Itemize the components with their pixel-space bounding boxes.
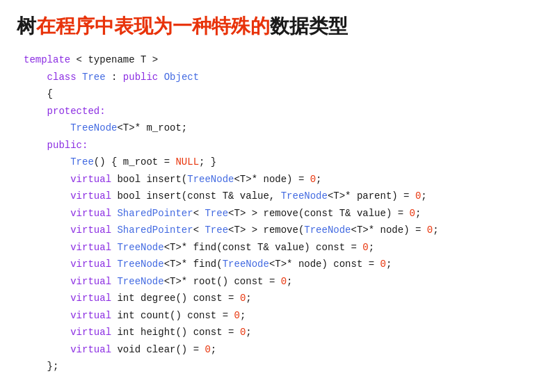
title-suffix: 数据类型 bbox=[270, 15, 348, 37]
code-line-1: template < typename T > bbox=[24, 51, 520, 69]
code-block: template < typename T > class Tree : pub… bbox=[17, 51, 520, 375]
code-line-15: virtual int degree() const = 0; bbox=[24, 290, 520, 307]
code-line-3: { bbox=[24, 85, 520, 103]
code-line-11: virtual SharedPointer< Tree<T> > remove(… bbox=[24, 222, 520, 239]
code-line-5: TreeNode<T>* m_root; bbox=[24, 120, 520, 137]
code-line-16: virtual int count() const = 0; bbox=[24, 307, 520, 325]
page-container: 树在程序中表现为一种特殊的数据类型 template < typename T … bbox=[17, 14, 520, 375]
code-line-2: class Tree : public Object bbox=[24, 69, 520, 86]
code-line-13: virtual TreeNode<T>* find(TreeNode<T>* n… bbox=[24, 256, 520, 273]
code-line-12: virtual TreeNode<T>* find(const T& value… bbox=[24, 239, 520, 256]
title-highlight-special: 特殊的 bbox=[211, 15, 270, 37]
code-line-4: protected: bbox=[24, 103, 520, 120]
title-prefix: 树 bbox=[17, 15, 36, 37]
code-line-8: virtual bool insert(TreeNode<T>* node) =… bbox=[24, 171, 520, 188]
code-line-18: virtual void clear() = 0; bbox=[24, 341, 520, 359]
code-line-14: virtual TreeNode<T>* root() const = 0; bbox=[24, 273, 520, 291]
code-line-9: virtual bool insert(const T& value, Tree… bbox=[24, 188, 520, 205]
title-highlight-red: 在程序中表现为一种 bbox=[36, 15, 211, 37]
code-line-6: public: bbox=[24, 137, 520, 154]
page-title: 树在程序中表现为一种特殊的数据类型 bbox=[17, 14, 520, 39]
code-line-17: virtual int height() const = 0; bbox=[24, 324, 520, 341]
code-line-7: Tree() { m_root = NULL; } bbox=[24, 154, 520, 171]
code-line-10: virtual SharedPointer< Tree<T> > remove(… bbox=[24, 205, 520, 222]
code-line-19: }; bbox=[24, 358, 520, 375]
